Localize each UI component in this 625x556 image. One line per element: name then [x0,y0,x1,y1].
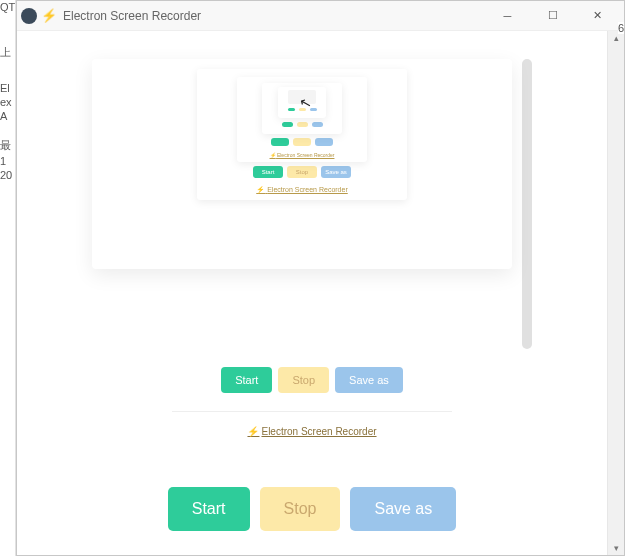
bolt-icon: ⚡ [41,8,57,23]
start-button[interactable]: Start [168,487,250,531]
bolt-icon: ⚡ [247,426,259,437]
save-as-button-mid[interactable]: Save as [335,367,403,393]
maximize-button[interactable]: ☐ [530,2,575,30]
nested-app-link: ⚡ Electron Screen Recorder [270,152,335,158]
preview-scrollbar[interactable] [522,59,532,349]
nested-app-link: ⚡ Electron Screen Recorder [256,186,348,194]
titlebar[interactable]: ⚡ Electron Screen Recorder ─ ☐ ✕ [17,1,624,31]
close-button[interactable]: ✕ [575,2,620,30]
scroll-down-icon[interactable]: ▾ [614,541,619,555]
divider [172,411,452,412]
screen-preview: ⚡ Electron Screen Recorder Start Stop Sa… [92,59,512,269]
app-title-link-mid[interactable]: ⚡Electron Screen Recorder [247,426,376,437]
mid-button-row: Start Stop Save as [221,367,403,393]
stop-button-mid[interactable]: Stop [278,367,329,393]
background-page-fragment-right: 6 [618,22,624,34]
minimize-button[interactable]: ─ [485,2,530,30]
nested-save-button: Save as [321,166,351,178]
start-button-mid[interactable]: Start [221,367,272,393]
nested-start-button: Start [253,166,283,178]
stop-button[interactable]: Stop [260,487,341,531]
nested-stop-button: Stop [287,166,317,178]
background-page-fragment: QT 上 El ex A 最 1 20 [0,0,16,556]
app-window: ⚡ Electron Screen Recorder ─ ☐ ✕ [16,0,625,556]
window-title: Electron Screen Recorder [63,9,485,23]
app-icon [21,8,37,24]
main-button-row: Start Stop Save as [168,487,457,531]
save-as-button[interactable]: Save as [350,487,456,531]
window-scrollbar[interactable]: ▴ ▾ [607,31,624,555]
